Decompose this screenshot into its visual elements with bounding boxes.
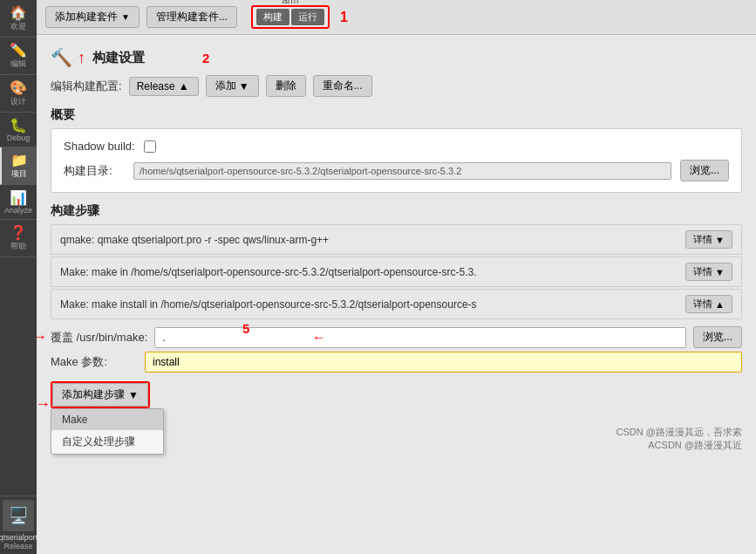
arrow-4-icon: → xyxy=(37,395,51,414)
step-detail-button-2[interactable]: 详情 ▲ xyxy=(685,295,732,313)
annotation-2: 2 xyxy=(202,51,209,65)
override-input[interactable] xyxy=(154,327,686,348)
dropdown-item-make[interactable]: Make xyxy=(51,409,163,430)
config-select-arrow-icon: ▲ xyxy=(179,80,189,92)
make-params-label: Make 参数: xyxy=(51,354,138,370)
arm-kit-container: arm 构建 运行 xyxy=(251,5,330,29)
design-icon: 🎨 xyxy=(10,79,27,96)
project-icon: 📁 xyxy=(10,152,28,168)
step-row-0: qmake: qmake qtserialport.pro -r -spec q… xyxy=(51,224,742,255)
overview-title: 概要 xyxy=(51,107,742,123)
arm-kit-box: 构建 运行 xyxy=(251,5,330,29)
add-step-button[interactable]: 添加构建步骤 ▼ xyxy=(52,383,148,407)
sidebar-item-help[interactable]: ❓ 帮助 xyxy=(0,220,37,257)
sidebar-item-design[interactable]: 🎨 设计 xyxy=(0,75,37,113)
add-kit-arrow-icon: ▼ xyxy=(121,12,130,22)
arrow-5-icon: ← xyxy=(312,330,326,345)
add-step-container: 4 → 添加构建步骤 ▼ Make 自定义处理步骤 xyxy=(51,381,150,408)
build-dir-row: 构建目录: /home/s/qtserialport-opensource-sr… xyxy=(64,160,729,181)
build-settings-header: 🔨 ↑ 构建设置 2 xyxy=(51,47,742,68)
step-text-1: Make: make in /home/s/qtserialport-opens… xyxy=(60,266,685,278)
left-sidebar: 🏠 欢迎 ✏️ 编辑 🎨 设计 🐛 Debug 📁 项目 📊 Analyze ❓… xyxy=(0,0,37,554)
arrow-3-icon: → xyxy=(37,328,47,346)
step-row-2: Make: make install in /home/s/qtserialpo… xyxy=(51,289,742,319)
arm-label: arm xyxy=(282,0,298,5)
sidebar-item-edit[interactable]: ✏️ 编辑 xyxy=(0,38,37,75)
sidebar-item-debug[interactable]: 🐛 Debug xyxy=(0,113,37,147)
build-settings-title: 构建设置 xyxy=(92,50,145,66)
step-detail-button-0[interactable]: 详情 ▼ xyxy=(685,230,732,249)
edit-icon: ✏️ xyxy=(10,42,27,58)
build-dir-label: 构建目录: xyxy=(64,163,125,179)
project-bottom: 🖥️ qtserialport Release xyxy=(0,496,37,554)
make-params-input[interactable] xyxy=(145,352,742,373)
right-panel: 添加构建套件 ▼ 管理构建套件... arm 构建 运行 1 🔨 xyxy=(37,0,756,554)
browse-button[interactable]: 浏览... xyxy=(680,160,729,181)
delete-config-button[interactable]: 删除 xyxy=(266,75,306,97)
debug-icon: 🐛 xyxy=(10,117,27,133)
step-detail-arrow-0: ▼ xyxy=(715,235,725,245)
shadow-build-label: Shadow build: xyxy=(64,140,135,153)
step-detail-arrow-1: ▼ xyxy=(715,267,725,277)
project-icon-box[interactable]: 🖥️ xyxy=(3,500,34,531)
make-params-row: Make 参数: xyxy=(51,352,742,373)
project-config-label: Release xyxy=(3,542,32,551)
toolbar: 添加构建套件 ▼ 管理构建套件... arm 构建 运行 1 xyxy=(37,0,756,35)
hammer-icon: 🔨 xyxy=(51,47,72,68)
rename-config-button[interactable]: 重命名... xyxy=(313,75,372,97)
welcome-icon: 🏠 xyxy=(10,4,27,21)
step-detail-arrow-2: ▲ xyxy=(715,299,725,310)
help-icon: ❓ xyxy=(10,224,27,241)
annotation-1: 1 xyxy=(340,10,348,25)
build-dir-input[interactable]: /home/s/qtserialport-opensource-src-5.3.… xyxy=(133,162,671,180)
step-row-1: Make: make in /home/s/qtserialport-opens… xyxy=(51,256,742,287)
add-config-arrow-icon: ▼ xyxy=(239,80,249,92)
add-step-dropdown: Make 自定义处理步骤 xyxy=(51,408,164,455)
annotation-5: 5 xyxy=(242,321,249,336)
overview-box: Shadow build: 构建目录: /home/s/qtserialport… xyxy=(51,128,742,193)
sidebar-item-welcome[interactable]: 🏠 欢迎 xyxy=(0,0,37,38)
analyze-icon: 📊 xyxy=(10,189,27,206)
add-config-button[interactable]: 添加 ▼ xyxy=(206,75,259,97)
app-layout: 🏠 欢迎 ✏️ 编辑 🎨 设计 🐛 Debug 📁 项目 📊 Analyze ❓… xyxy=(0,0,756,554)
arm-construct-button[interactable]: 构建 xyxy=(256,9,289,25)
shadow-build-checkbox[interactable] xyxy=(144,140,156,153)
override-row: → 覆盖 /usr/bin/make: 5 ← 浏览... xyxy=(51,326,742,348)
step-text-0: qmake: qmake qtserialport.pro -r -spec q… xyxy=(60,234,685,246)
add-build-kit-button[interactable]: 添加构建套件 ▼ xyxy=(45,6,140,28)
step-text-2: Make: make install in /home/s/qtserialpo… xyxy=(60,298,685,311)
override-label: 覆盖 /usr/bin/make: xyxy=(51,330,147,345)
step-detail-button-1[interactable]: 详情 ▼ xyxy=(685,263,732,281)
manage-build-kit-button[interactable]: 管理构建套件... xyxy=(146,6,237,28)
build-steps-title: 构建步骤 xyxy=(51,203,742,219)
edit-config-row: 编辑构建配置: Release ▲ 添加 ▼ 删除 重命名... xyxy=(51,75,742,97)
arm-run-button[interactable]: 运行 xyxy=(291,9,324,25)
override-browse-button[interactable]: 浏览... xyxy=(693,326,742,348)
monitor-icon: 🖥️ xyxy=(9,506,28,525)
config-select-button[interactable]: Release ▲ xyxy=(129,77,199,96)
shadow-build-row: Shadow build: xyxy=(64,140,729,153)
arrow-2-icon: ↑ xyxy=(78,49,85,67)
project-name: qtserialport xyxy=(0,533,37,542)
add-step-arrow-icon: ▼ xyxy=(128,389,139,401)
sidebar-item-analyze[interactable]: 📊 Analyze xyxy=(0,185,37,220)
main-content: 🔨 ↑ 构建设置 2 编辑构建配置: Release ▲ 添加 ▼ 删除 xyxy=(37,35,756,554)
add-step-highlight: 添加构建步骤 ▼ xyxy=(51,381,150,408)
sidebar-item-project[interactable]: 📁 项目 xyxy=(0,147,37,185)
edit-config-label: 编辑构建配置: xyxy=(51,79,122,94)
dropdown-item-custom[interactable]: 自定义处理步骤 xyxy=(51,430,163,454)
